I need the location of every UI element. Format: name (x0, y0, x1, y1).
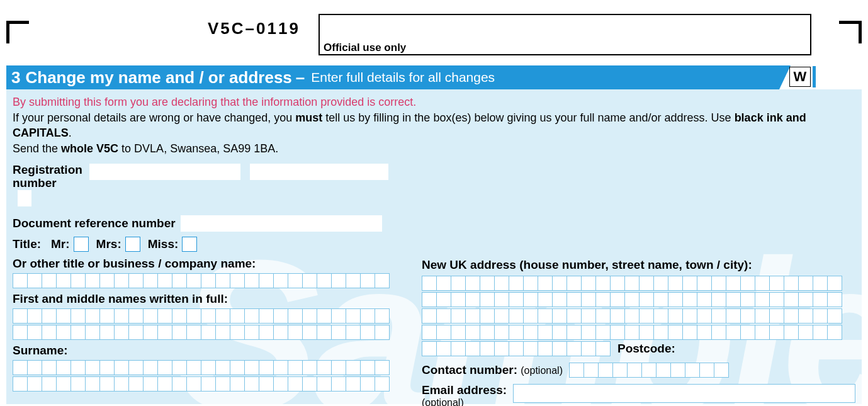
char-cell[interactable] (273, 273, 288, 288)
char-cell[interactable] (56, 360, 71, 375)
char-cell[interactable] (784, 292, 799, 307)
char-cell[interactable] (317, 325, 332, 340)
char-cell[interactable] (27, 376, 42, 392)
char-cell[interactable] (624, 276, 640, 291)
char-cell[interactable] (509, 341, 524, 356)
char-cell[interactable] (798, 292, 813, 307)
char-cell[interactable] (755, 308, 770, 324)
char-cell[interactable] (523, 341, 538, 356)
char-cell[interactable] (128, 376, 144, 392)
char-cell[interactable] (813, 308, 828, 324)
first-names-cells-2[interactable] (13, 325, 403, 340)
char-cell[interactable] (612, 363, 628, 378)
char-cell[interactable] (668, 276, 683, 291)
char-cell[interactable] (259, 376, 274, 392)
char-cell[interactable] (610, 276, 625, 291)
char-cell[interactable] (360, 376, 375, 392)
char-cell[interactable] (375, 360, 390, 375)
title-mrs-checkbox[interactable] (125, 237, 140, 252)
char-cell[interactable] (186, 325, 201, 340)
char-cell[interactable] (346, 360, 361, 375)
char-cell[interactable] (172, 360, 187, 375)
char-cell[interactable] (682, 292, 697, 307)
char-cell[interactable] (259, 325, 274, 340)
char-cell[interactable] (740, 308, 755, 324)
char-cell[interactable] (128, 308, 144, 324)
char-cell[interactable] (331, 308, 346, 324)
char-cell[interactable] (697, 308, 712, 324)
char-cell[interactable] (56, 273, 71, 288)
address-cells-2[interactable] (422, 292, 855, 307)
char-cell[interactable] (769, 276, 784, 291)
char-cell[interactable] (244, 325, 259, 340)
char-cell[interactable] (699, 363, 714, 378)
char-cell[interactable] (70, 325, 86, 340)
char-cell[interactable] (56, 376, 71, 392)
char-cell[interactable] (726, 292, 741, 307)
char-cell[interactable] (273, 376, 288, 392)
char-cell[interactable] (99, 308, 115, 324)
char-cell[interactable] (538, 292, 553, 307)
char-cell[interactable] (697, 325, 712, 340)
char-cell[interactable] (70, 360, 86, 375)
char-cell[interactable] (346, 273, 361, 288)
char-cell[interactable] (451, 276, 466, 291)
char-cell[interactable] (317, 360, 332, 375)
char-cell[interactable] (215, 376, 230, 392)
char-cell[interactable] (566, 276, 582, 291)
char-cell[interactable] (259, 273, 274, 288)
char-cell[interactable] (360, 325, 375, 340)
char-cell[interactable] (784, 276, 799, 291)
char-cell[interactable] (451, 308, 466, 324)
char-cell[interactable] (711, 276, 726, 291)
char-cell[interactable] (465, 308, 480, 324)
char-cell[interactable] (288, 360, 303, 375)
char-cell[interactable] (569, 363, 584, 378)
char-cell[interactable] (610, 292, 625, 307)
char-cell[interactable] (610, 308, 625, 324)
char-cell[interactable] (494, 341, 509, 356)
char-cell[interactable] (624, 292, 640, 307)
char-cell[interactable] (714, 363, 729, 378)
other-title-cells[interactable] (13, 273, 403, 288)
char-cell[interactable] (639, 292, 654, 307)
char-cell[interactable] (85, 273, 100, 288)
char-cell[interactable] (201, 376, 216, 392)
char-cell[interactable] (157, 308, 172, 324)
char-cell[interactable] (465, 325, 480, 340)
char-cell[interactable] (13, 376, 28, 392)
char-cell[interactable] (42, 376, 57, 392)
address-cells-5[interactable] (422, 341, 610, 356)
char-cell[interactable] (215, 308, 230, 324)
char-cell[interactable] (581, 325, 596, 340)
char-cell[interactable] (465, 292, 480, 307)
char-cell[interactable] (653, 308, 668, 324)
char-cell[interactable] (114, 325, 129, 340)
char-cell[interactable] (827, 308, 842, 324)
char-cell[interactable] (375, 273, 390, 288)
char-cell[interactable] (288, 308, 303, 324)
char-cell[interactable] (317, 273, 332, 288)
char-cell[interactable] (494, 292, 509, 307)
char-cell[interactable] (70, 376, 86, 392)
char-cell[interactable] (346, 308, 361, 324)
char-cell[interactable] (27, 360, 42, 375)
char-cell[interactable] (538, 341, 553, 356)
char-cell[interactable] (668, 325, 683, 340)
char-cell[interactable] (538, 276, 553, 291)
surname-cells-1[interactable] (13, 360, 403, 375)
char-cell[interactable] (552, 341, 567, 356)
char-cell[interactable] (595, 341, 611, 356)
char-cell[interactable] (157, 360, 172, 375)
address-cells-4[interactable] (422, 325, 855, 340)
contact-number-cells[interactable] (569, 363, 728, 378)
title-miss-checkbox[interactable] (182, 237, 197, 252)
char-cell[interactable] (331, 360, 346, 375)
char-cell[interactable] (302, 376, 317, 392)
char-cell[interactable] (595, 308, 611, 324)
char-cell[interactable] (302, 360, 317, 375)
char-cell[interactable] (85, 360, 100, 375)
char-cell[interactable] (581, 308, 596, 324)
char-cell[interactable] (85, 308, 100, 324)
char-cell[interactable] (451, 292, 466, 307)
